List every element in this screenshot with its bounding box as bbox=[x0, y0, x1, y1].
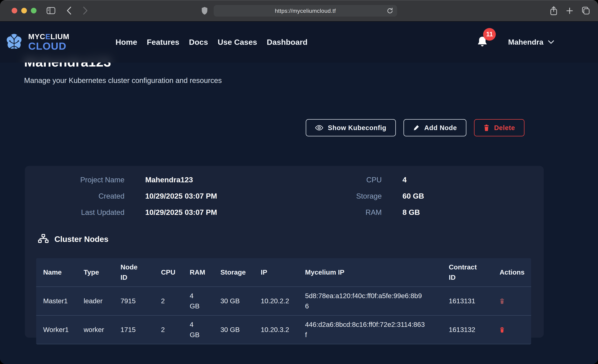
node-ram: 4 GB bbox=[183, 287, 213, 315]
delete-node-button[interactable] bbox=[499, 298, 505, 304]
node-storage: 30 GB bbox=[213, 321, 254, 339]
browser-window: https://myceliumcloud.tf bbox=[0, 0, 598, 364]
show-kubeconfig-button[interactable]: Show Kubeconfig bbox=[306, 119, 396, 136]
created-label: Created bbox=[25, 192, 125, 200]
col-type: Type bbox=[77, 263, 114, 281]
cluster-nodes-heading: Cluster Nodes bbox=[38, 234, 108, 245]
show-kubeconfig-label: Show Kubeconfig bbox=[328, 124, 386, 132]
created-value: 10/29/2025 03:07 PM bbox=[145, 192, 270, 200]
storage-value: 60 GB bbox=[402, 192, 544, 200]
table-row: Worker1 worker 1715 2 4 GB 30 GB 10.20.3… bbox=[36, 315, 531, 344]
node-storage: 30 GB bbox=[213, 292, 254, 310]
eye-icon bbox=[315, 125, 323, 131]
address-bar[interactable]: https://myceliumcloud.tf bbox=[214, 5, 397, 17]
table-header-row: Name Type Node ID CPU RAM Storage IP Myc… bbox=[36, 258, 531, 287]
zoom-button[interactable] bbox=[31, 8, 36, 13]
pencil-icon bbox=[413, 124, 420, 131]
node-id: 7915 bbox=[114, 292, 154, 310]
node-cpu: 2 bbox=[154, 321, 183, 339]
trash-icon bbox=[499, 298, 505, 304]
cluster-info-grid: Project Name Mahendra123 CPU 4 Created 1… bbox=[25, 166, 544, 217]
cluster-details-card: Project Name Mahendra123 CPU 4 Created 1… bbox=[25, 166, 544, 338]
node-type: leader bbox=[77, 292, 114, 310]
notification-badge: 11 bbox=[483, 28, 496, 41]
node-name: Master1 bbox=[36, 292, 77, 310]
trash-icon bbox=[483, 124, 490, 131]
col-ip: IP bbox=[254, 263, 298, 281]
node-cpu: 2 bbox=[154, 292, 183, 310]
cluster-nodes-title: Cluster Nodes bbox=[54, 235, 108, 244]
page-subtitle: Manage your Kubernetes cluster configura… bbox=[24, 76, 222, 85]
node-mycelium-ip: 5d8:78ea:a120:f40c:ff0f:a5fe:99e6:8b96 bbox=[298, 287, 442, 315]
project-name-value: Mahendra123 bbox=[145, 175, 270, 184]
storage-label: Storage bbox=[291, 192, 382, 200]
delete-cluster-button[interactable]: Delete bbox=[474, 119, 524, 136]
user-name: Mahendra bbox=[508, 38, 543, 46]
logo-text: MYCELIUM CLOUD bbox=[28, 33, 69, 51]
main-nav: Home Features Docs Use Cases Dashboard bbox=[116, 38, 307, 47]
refresh-icon[interactable] bbox=[386, 7, 393, 14]
node-contract-id: 1613132 bbox=[442, 321, 493, 339]
col-mycelium-ip: Mycelium IP bbox=[298, 263, 442, 281]
project-name-label: Project Name bbox=[25, 176, 125, 184]
minimize-button[interactable] bbox=[21, 8, 27, 13]
node-ram: 4 GB bbox=[183, 315, 213, 344]
privacy-shield-icon[interactable] bbox=[201, 7, 208, 15]
delete-label: Delete bbox=[494, 124, 515, 132]
add-node-label: Add Node bbox=[424, 124, 457, 132]
sidebar-toggle-icon[interactable] bbox=[46, 7, 56, 15]
window-controls bbox=[12, 8, 36, 13]
nav-docs[interactable]: Docs bbox=[189, 38, 208, 47]
page-content: Mahendra123 Manage your Kubernetes clust… bbox=[0, 22, 598, 364]
url-text: https://myceliumcloud.tf bbox=[275, 8, 336, 14]
cpu-label: CPU bbox=[291, 176, 382, 184]
back-icon[interactable] bbox=[66, 6, 72, 15]
close-button[interactable] bbox=[12, 8, 17, 13]
table-row: Master1 leader 7915 2 4 GB 30 GB 10.20.2… bbox=[36, 287, 531, 315]
col-node-id: Node ID bbox=[114, 258, 154, 287]
browser-toolbar: https://myceliumcloud.tf bbox=[0, 0, 598, 22]
node-ip: 10.20.2.2 bbox=[254, 292, 298, 310]
col-cpu: CPU bbox=[154, 263, 183, 281]
node-type: worker bbox=[77, 321, 114, 339]
logo-line1: MYCELIUM bbox=[28, 33, 69, 40]
last-updated-label: Last Updated bbox=[25, 208, 125, 216]
nav-home[interactable]: Home bbox=[116, 38, 137, 47]
node-ip: 10.20.3.2 bbox=[254, 321, 298, 339]
cluster-nodes-table: Name Type Node ID CPU RAM Storage IP Myc… bbox=[36, 258, 531, 344]
nav-features[interactable]: Features bbox=[147, 38, 179, 47]
forward-icon[interactable] bbox=[83, 6, 88, 15]
col-actions: Actions bbox=[493, 263, 531, 281]
site-header: MYCELIUM CLOUD Home Features Docs Use Ca… bbox=[0, 22, 598, 63]
chevron-down-icon bbox=[548, 40, 554, 44]
ram-value: 8 GB bbox=[402, 208, 544, 217]
logo-line2: CLOUD bbox=[28, 41, 69, 51]
notifications-button[interactable]: 11 bbox=[476, 36, 489, 49]
share-icon[interactable] bbox=[549, 6, 558, 16]
col-ram: RAM bbox=[183, 263, 213, 281]
node-name: Worker1 bbox=[36, 321, 77, 339]
col-name: Name bbox=[36, 263, 77, 281]
new-tab-icon[interactable] bbox=[565, 7, 574, 15]
user-menu[interactable]: Mahendra bbox=[508, 38, 554, 46]
nav-use-cases[interactable]: Use Cases bbox=[218, 38, 257, 47]
network-icon bbox=[38, 234, 49, 245]
col-contract-id: Contract ID bbox=[442, 258, 493, 287]
cpu-value: 4 bbox=[402, 175, 544, 184]
nav-dashboard[interactable]: Dashboard bbox=[267, 38, 307, 47]
col-storage: Storage bbox=[213, 263, 254, 281]
node-id: 1715 bbox=[114, 321, 154, 339]
cluster-actions: Show Kubeconfig Add Node Delete bbox=[306, 119, 524, 136]
last-updated-value: 10/29/2025 03:07 PM bbox=[145, 208, 270, 217]
trash-icon bbox=[499, 327, 505, 333]
delete-node-button[interactable] bbox=[499, 327, 505, 333]
node-contract-id: 1613131 bbox=[442, 292, 493, 310]
tab-overview-icon[interactable] bbox=[581, 7, 590, 15]
ram-label: RAM bbox=[291, 208, 382, 216]
add-node-button[interactable]: Add Node bbox=[403, 119, 466, 136]
node-mycelium-ip: 446:d2a6:8bcd:8c16:ff0f:72e2:3114:863f bbox=[298, 315, 442, 344]
logo[interactable]: MYCELIUM CLOUD bbox=[5, 32, 69, 52]
mycelium-cloud-logo-icon bbox=[5, 32, 23, 52]
